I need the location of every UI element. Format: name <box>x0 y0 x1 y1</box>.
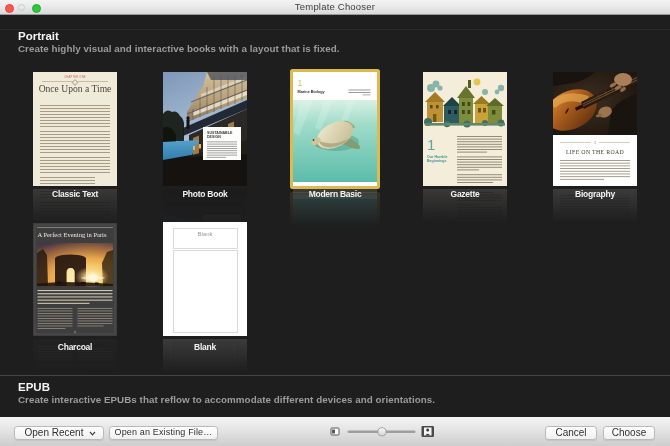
svg-text:Beginnings: Beginnings <box>427 159 447 163</box>
svg-text:A Perfect Evening in Paris: A Perfect Evening in Paris <box>38 231 107 238</box>
svg-text:LIFE ON THE ROAD: LIFE ON THE ROAD <box>566 149 624 155</box>
svg-text:1: 1 <box>594 140 596 145</box>
svg-text:Marine Biology: Marine Biology <box>298 90 326 94</box>
svg-text:1: 1 <box>427 136 435 153</box>
svg-text:1: 1 <box>298 78 303 88</box>
svg-text:DESIGN: DESIGN <box>207 135 221 139</box>
